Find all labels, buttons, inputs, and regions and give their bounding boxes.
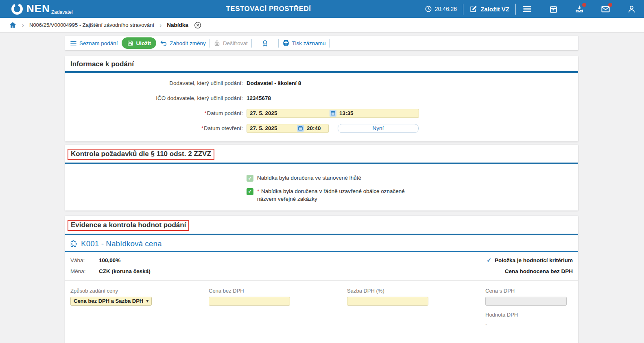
required-marker: * [204,110,206,116]
vat-value-field: Hodnota DPH - [485,312,567,327]
submission-date-label: *Datum podání: [65,110,243,116]
calendar-icon [549,5,558,13]
criterion-flag-label: Položka je hodnotící kritérium [495,257,573,263]
award-button[interactable] [255,39,275,47]
save-button[interactable]: Uložit [122,37,157,49]
submission-date-picker-button[interactable] [330,110,336,117]
inbox-button[interactable] [574,4,585,14]
opening-datetime-field[interactable]: 27. 5. 2025 20:40 [247,124,329,133]
price-mode-field: Způsob zadání ceny Cena bez DPH a Sazba … [70,288,152,306]
breadcrumb-item-current: Nabídka [167,22,188,28]
price-mode-select[interactable]: Cena bez DPH a Sazba DPH ▾ [70,297,152,306]
calendar-small-icon [330,111,336,116]
k001-summary-right: ✓ Položka je hodnotící kritérium Cena ho… [487,255,573,277]
opening-date-value[interactable]: 27. 5. 2025 [250,125,297,131]
annotation-rectangle: Evidence a kontrola hodnot podání [68,220,189,231]
currency-row: Měna: CZK (koruna česká) [70,266,151,277]
checkbox-sealed-envelope[interactable]: ✓ [247,188,253,195]
supplier-label: Dodavatel, který učinil podání: [65,80,243,86]
save-icon [127,40,133,46]
opening-date-picker-button[interactable] [297,125,304,132]
home-icon[interactable] [9,21,17,29]
close-tab-button[interactable] [194,21,202,29]
breadcrumb-item-procurement[interactable]: N006/25/V00004995 - Zajištění závodního … [29,22,154,28]
checkbox-delivered-in-time: ✓ [247,175,253,182]
profile-button[interactable] [626,4,637,14]
discard-changes-button[interactable]: Zahodit změny [160,39,206,47]
messages-button[interactable] [600,4,611,14]
brand-text: NEN [26,4,50,13]
submission-date-value[interactable]: 27. 5. 2025 [250,110,330,116]
decrypt-button: Dešifrovat [214,40,248,47]
weight-value: 100,00% [99,257,120,263]
list-icon [70,40,77,47]
submission-datetime-field[interactable]: 27. 5. 2025 13:35 [247,109,419,118]
annotation-rectangle: Kontrola požadavků dle § 110 odst. 2 ZZV… [68,149,214,160]
price-incl-field: Cena s DPH [485,288,567,306]
checkbox-row-delivered-in-time: ✓ Nabídka byla doručena ve stanovené lhů… [247,174,578,182]
section-title-evidence: Evidence a kontrola hodnot podání [71,221,186,229]
check-icon: ✓ [248,189,252,194]
calendar-small-icon [298,126,303,131]
weight-label: Váha: [70,257,99,263]
price-excl-input[interactable] [209,297,290,306]
required-marker: * [201,125,203,131]
submission-info-card: Informace k podání Dodavatel, který učin… [65,56,578,141]
environment-title: TESTOVACÍ PROSTŘEDÍ [226,5,311,13]
print-record-label: Tisk záznamu [292,40,326,46]
toolbar-separator [251,39,252,48]
section-title-kontrola: Kontrola požadavků dle § 110 odst. 2 ZZV… [71,150,211,158]
k001-summary-left: Váha: 100,00% Měna: CZK (koruna česká) [70,255,151,277]
award-ribbon-icon [261,39,269,47]
vat-rate-label: Sazba DPH (%) [347,288,428,294]
nen-ring-icon [11,2,24,15]
ico-label: IČO dodavatele, který učinil podání: [65,95,243,101]
price-form: Způsob zadání ceny Cena bez DPH a Sazba … [65,281,578,306]
price-excl-field: Cena bez DPH [209,288,290,306]
header-separator [463,4,463,15]
section-title-informace: Informace k podání [65,56,578,73]
price-incl-label: Cena s DPH [485,288,567,294]
menu-button[interactable] [522,4,533,14]
chevron-right-icon: › [159,22,162,28]
vat-rate-input[interactable] [347,297,428,306]
k001-summary: Váha: 100,00% Měna: CZK (koruna česká) ✓… [65,252,578,281]
person-icon [627,5,636,13]
price-excl-label: Cena bez DPH [209,288,290,294]
submission-time-value[interactable]: 13:35 [339,110,354,116]
printer-icon [282,39,290,47]
now-button[interactable]: Nyní [338,124,419,133]
edit-icon [469,5,477,13]
inbox-notification-badge [582,3,586,7]
nen-logo[interactable]: NEN Zadavatel [11,2,73,15]
checkbox-row-sealed-envelope: ✓ * Nabídka byla doručena v řádně uzavře… [247,188,578,203]
price-mode-label: Způsob zadání ceny [70,288,152,294]
opening-time-value[interactable]: 20:40 [307,125,321,131]
checkbox-sealed-envelope-label: * Nabídka byla doručena v řádně uzavřené… [257,188,420,203]
values-evidence-card: Evidence a kontrola hodnot podání K001 -… [65,216,578,343]
checkbox-delivered-in-time-label: Nabídka byla doručena ve stanovené lhůtě [257,174,361,182]
price-incl-input [485,297,567,306]
time-value: 20:46:26 [435,6,457,12]
close-circle-icon [194,21,202,29]
k001-subsection-header: K001 - Nabídková cena [65,235,578,252]
unlock-icon [214,40,220,47]
calendar-button[interactable] [548,4,559,14]
vat-value-block: Hodnota DPH - [65,306,578,327]
requirements-check-card: Kontrola požadavků dle § 110 odst. 2 ZZV… [65,145,578,211]
currency-value: CZK (koruna česká) [99,268,151,274]
chevron-down-icon: ▾ [146,298,148,304]
print-record-button[interactable]: Tisk záznamu [282,39,326,47]
opening-date-label: *Datum otevření: [65,125,243,131]
files-subsection-header: Soubory [65,338,578,343]
header-separator [515,4,516,15]
create-vz-button[interactable]: Založit VZ [469,5,509,13]
supplier-value: Dodavatel - školení 8 [247,80,301,86]
price-basis-flag-row: Cena hodnocena bez DPH [487,266,573,277]
toolbar-separator [278,39,279,48]
hamburger-icon [522,4,532,14]
submission-list-button[interactable]: Seznam podání [70,40,118,47]
supplier-row: Dodavatel, který učinil podání: Dodavate… [65,76,578,91]
toolbar-separator [329,39,330,48]
session-time: 20:46:26 [425,5,457,13]
